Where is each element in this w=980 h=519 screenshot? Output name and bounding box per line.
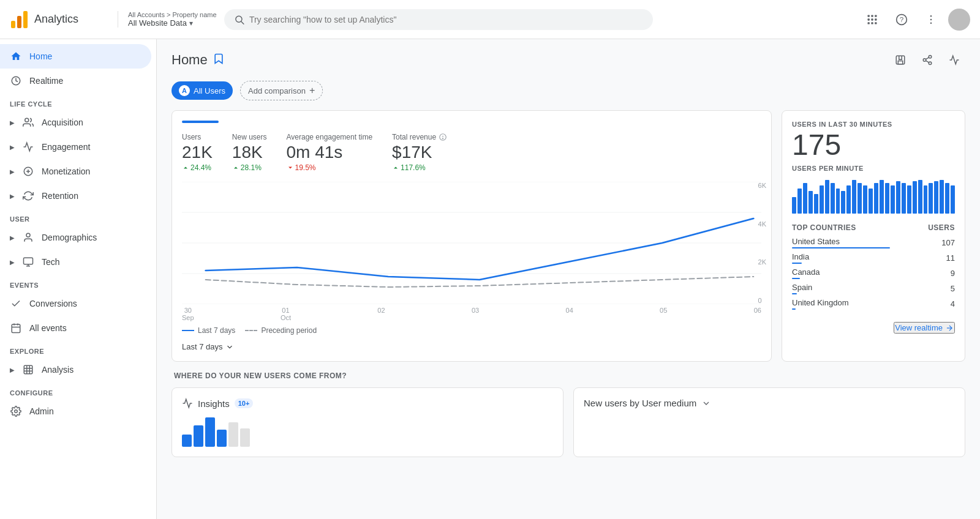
configure-section-label: CONFIGURE [0, 382, 156, 399]
monetization-label: Monetization [42, 166, 90, 176]
country-row: United Kingdom 4 [792, 298, 955, 310]
chart-legend: Last 7 days Preceding period [182, 326, 761, 335]
svg-line-4 [241, 21, 244, 24]
insights-card: Insights 10+ [172, 387, 564, 457]
country-bar [792, 293, 797, 294]
sidebar-item-conversions[interactable]: Conversions [0, 291, 151, 316]
expand-arrow-retention: ▶ [10, 193, 15, 200]
x-label-04: 04 [566, 307, 573, 321]
x-label-03: 03 [472, 307, 479, 321]
arrow-up-icon-3 [392, 164, 399, 171]
tech-label: Tech [42, 257, 60, 267]
more-options-btn[interactable] [919, 7, 943, 32]
grid-icon-btn[interactable] [860, 7, 884, 32]
new-users-header: New users by User medium [584, 398, 955, 408]
sidebar-item-all-events[interactable]: All events [0, 316, 151, 340]
sidebar-item-analysis[interactable]: ▶ Analysis [0, 357, 151, 382]
revenue-value: $17K [392, 143, 447, 162]
country-users: 11 [946, 253, 955, 263]
all-events-label: All events [29, 323, 67, 333]
retention-label: Retention [42, 191, 78, 201]
mini-bar [945, 183, 949, 214]
sidebar-item-retention[interactable]: ▶ Retention [0, 184, 151, 208]
search-input[interactable] [249, 15, 643, 24]
users-value: 21K [182, 143, 213, 162]
sidebar-item-engagement[interactable]: ▶ Engagement [0, 135, 151, 159]
mini-bar [803, 183, 807, 214]
breadcrumb-bottom[interactable]: All Website Data ▾ [128, 18, 217, 28]
breadcrumb-top: All Accounts > Property name [128, 11, 217, 18]
country-name: United Kingdom [792, 298, 946, 307]
help-icon-btn[interactable]: ? [889, 7, 914, 32]
mini-bar [841, 191, 845, 214]
save-report-btn[interactable] [889, 49, 911, 71]
add-comparison-filter[interactable]: Add comparison + [240, 81, 323, 100]
mini-bar [797, 189, 802, 214]
mini-bar [880, 180, 884, 214]
ins-bar-6 [240, 428, 250, 447]
mini-bar [896, 181, 900, 214]
svg-point-41 [923, 59, 926, 62]
page-title-bookmark-icon[interactable] [213, 53, 225, 68]
property-dropdown-arrow[interactable]: ▾ [189, 19, 193, 28]
engagement-value: 0m 41s [287, 143, 373, 162]
sidebar-item-acquisition[interactable]: ▶ Acquisition [0, 110, 151, 135]
realtime-value: 175 [792, 130, 955, 160]
mini-bar [891, 185, 895, 214]
svg-rect-0 [11, 21, 15, 28]
svg-point-18 [930, 22, 932, 24]
users-col-label: USERS [928, 223, 955, 232]
sidebar-item-realtime[interactable]: Realtime [0, 69, 151, 93]
country-users: 4 [951, 299, 955, 308]
country-bar-wrap [792, 278, 946, 279]
metrics-row: Users 21K 24.4% New users 18K 28.1% [182, 133, 761, 172]
x-label-02: 02 [377, 307, 385, 321]
mini-bar [858, 183, 862, 214]
country-row: India 11 [792, 252, 955, 264]
mini-bar [809, 191, 813, 214]
sidebar-item-demographics[interactable]: ▶ Demographics [0, 225, 151, 250]
filters-row: A All Users Add comparison + [172, 81, 965, 100]
sidebar-item-monetization[interactable]: ▶ Monetization [0, 159, 151, 184]
engagement-label: Average engagement time [287, 133, 373, 141]
country-name: Spain [792, 283, 946, 292]
ins-bar-4 [217, 430, 227, 447]
realtime-title: USERS IN LAST 30 MINUTES [792, 121, 955, 128]
sidebar: Home Realtime LIFE CYCLE ▶ Acquisition ▶… [0, 39, 157, 519]
sidebar-item-admin[interactable]: Admin [0, 399, 151, 424]
avatar[interactable] [948, 9, 970, 31]
share-btn[interactable] [916, 49, 938, 71]
insights-btn[interactable] [943, 49, 965, 71]
top-countries-header: TOP COUNTRIES USERS [792, 223, 955, 232]
mini-bar [836, 189, 840, 214]
dropdown-icon[interactable] [701, 398, 711, 408]
date-filter-btn[interactable]: Last 7 days [182, 342, 234, 351]
country-bar [792, 308, 796, 310]
insights-bar-preview [182, 416, 553, 447]
view-realtime-btn[interactable]: View realtime [894, 322, 955, 334]
more-icon [925, 13, 937, 26]
admin-icon [10, 405, 22, 417]
country-row: Canada 9 [792, 267, 955, 279]
property-name: All Website Data [128, 18, 187, 28]
add-comparison-label: Add comparison [248, 86, 306, 95]
mini-bar [913, 181, 917, 214]
chevron-down-icon [225, 343, 234, 351]
all-users-label: All Users [194, 86, 225, 95]
arrow-down-icon [287, 164, 294, 171]
realtime-card: USERS IN LAST 30 MINUTES 175 USERS PER M… [782, 110, 965, 362]
realtime-subtitle: USERS PER MINUTE [792, 165, 955, 172]
realtime-label: Realtime [29, 76, 63, 86]
sidebar-item-home[interactable]: Home [0, 44, 151, 69]
mini-bar [825, 180, 829, 214]
filter-avatar: A [179, 85, 190, 96]
new-users-change: 28.1% [232, 163, 267, 172]
new-users-value: 18K [232, 143, 267, 162]
search-bar[interactable] [224, 9, 653, 30]
all-users-filter[interactable]: A All Users [172, 81, 233, 100]
svg-line-43 [925, 61, 929, 62]
sidebar-item-tech[interactable]: ▶ Tech [0, 250, 151, 274]
metric-new-users: New users 18K 28.1% [232, 133, 267, 172]
demographics-icon [22, 231, 34, 244]
svg-rect-8 [868, 18, 870, 20]
